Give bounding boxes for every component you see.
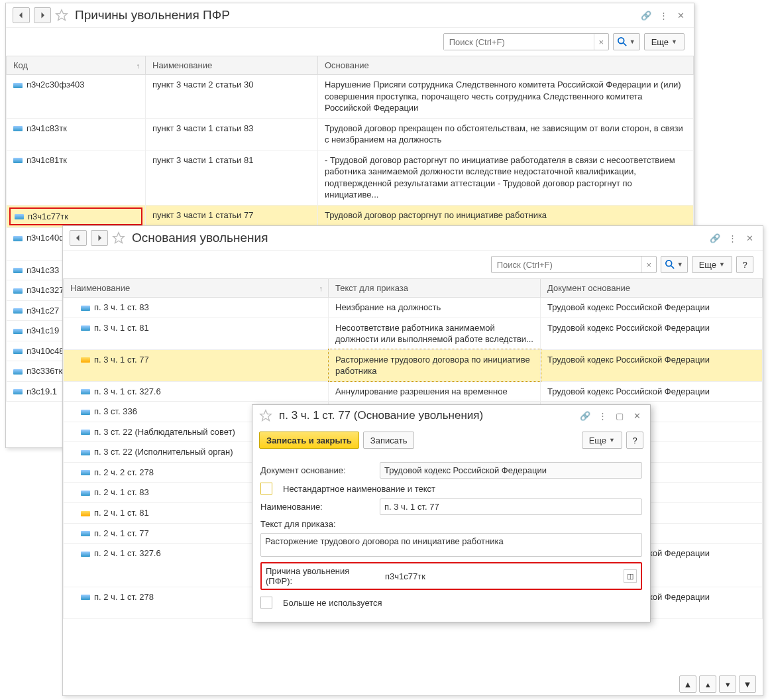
scroll-bottom-icon[interactable]: ▼ — [739, 675, 756, 693]
svg-marker-3 — [113, 233, 125, 243]
nonstandard-label: Нестандартное наименование и текст — [283, 484, 435, 494]
forward-button[interactable] — [91, 230, 108, 246]
search-input-wrap: × — [443, 33, 609, 50]
scroll-down-icon[interactable]: ▾ — [719, 675, 736, 693]
table-row[interactable]: п3ч1с77ткпункт 3 части 1 статьи 77Трудов… — [7, 205, 694, 228]
row-icon — [81, 325, 90, 331]
row-icon — [13, 83, 23, 88]
col-name[interactable]: Наименование↑ — [64, 279, 329, 298]
more-button[interactable]: Еще▼ — [692, 256, 732, 273]
col-doc[interactable]: Документ основание — [541, 279, 763, 298]
svg-marker-0 — [56, 10, 68, 21]
row-icon — [81, 450, 90, 455]
search-button[interactable]: ▼ — [661, 256, 688, 273]
row-icon — [81, 531, 90, 536]
doc-label: Документ основание: — [260, 465, 373, 475]
unused-label: Больше не используется — [283, 598, 382, 608]
order-label: Текст для приказа: — [260, 519, 373, 529]
forward-button[interactable] — [34, 7, 51, 23]
favorite-icon[interactable] — [55, 9, 68, 22]
favorite-icon[interactable] — [112, 231, 125, 245]
row-icon — [15, 214, 24, 219]
row-icon — [13, 369, 23, 375]
page-title: Причины увольнения ПФР — [75, 8, 635, 23]
order-text-field[interactable]: Расторжение трудового договора по инициа… — [260, 533, 642, 557]
row-icon — [13, 349, 23, 354]
more-button[interactable]: Еще▼ — [644, 33, 685, 50]
row-icon — [81, 595, 90, 600]
save-close-button[interactable]: Записать и закрыть — [259, 432, 359, 449]
table-row[interactable]: п3ч1с81ткпункт 3 части 1 статьи 81- Труд… — [7, 150, 694, 205]
unused-checkbox[interactable] — [260, 597, 272, 609]
table-row[interactable]: п3ч2с30фз403пункт 3 части 2 статьи 30Нар… — [7, 75, 694, 119]
row-icon — [81, 511, 90, 516]
svg-line-5 — [671, 266, 673, 268]
col-basis[interactable]: Основание — [318, 56, 694, 75]
row-icon — [13, 236, 23, 241]
row-icon — [81, 491, 90, 496]
form-title: п. 3 ч. 1 ст. 77 (Основание увольнения) — [279, 409, 575, 422]
row-icon — [13, 268, 23, 273]
row-icon — [81, 552, 90, 557]
clear-search-icon[interactable]: × — [594, 34, 608, 50]
more-icon[interactable]: ⋮ — [657, 9, 670, 22]
row-icon — [81, 357, 90, 363]
help-button[interactable]: ? — [736, 256, 753, 273]
pfr-row: Причина увольнения (ПФР): п3ч1с77тк ◫ — [260, 562, 642, 590]
row-icon — [13, 288, 23, 294]
more-icon[interactable]: ⋮ — [726, 231, 739, 245]
scroll-up-icon[interactable]: ▴ — [699, 675, 716, 693]
row-icon — [81, 470, 90, 475]
table-row[interactable]: п. 3 ч. 1 ст. 327.6Аннулирование разреше… — [64, 381, 763, 402]
close-icon[interactable]: ✕ — [674, 9, 687, 22]
table-row[interactable]: п3ч1с83ткпункт 3 части 1 статьи 83Трудов… — [7, 118, 694, 150]
table-row[interactable]: п. 3 ч. 1 ст. 77Расторжение трудового до… — [64, 349, 763, 381]
favorite-icon[interactable] — [259, 409, 272, 422]
more-button[interactable]: Еще▼ — [582, 432, 622, 449]
more-icon[interactable]: ⋮ — [596, 409, 609, 422]
open-reference-icon[interactable]: ◫ — [624, 569, 637, 583]
scroll-top-icon[interactable]: ▲ — [679, 675, 696, 693]
search-input-wrap: × — [491, 256, 657, 273]
clear-search-icon[interactable]: × — [641, 257, 656, 272]
table-row[interactable]: п. 3 ч. 1 ст. 83Неизбрание на должностьТ… — [64, 298, 763, 318]
row-icon — [13, 158, 23, 163]
svg-line-2 — [623, 43, 626, 46]
search-button[interactable]: ▼ — [613, 33, 640, 50]
col-code[interactable]: Код↑ — [7, 56, 146, 75]
row-icon — [13, 389, 23, 394]
maximize-icon[interactable]: ▢ — [613, 409, 626, 422]
pfr-field[interactable]: п3ч1с77тк — [385, 571, 617, 581]
search-input[interactable] — [444, 34, 594, 50]
row-icon — [13, 126, 23, 131]
row-icon — [81, 430, 90, 435]
svg-marker-6 — [260, 410, 272, 421]
row-icon — [81, 306, 90, 311]
svg-point-4 — [666, 261, 672, 266]
col-name[interactable]: Наименование — [146, 56, 318, 75]
link-icon[interactable]: 🔗 — [639, 9, 653, 22]
help-button[interactable]: ? — [626, 432, 643, 449]
search-input[interactable] — [492, 257, 641, 272]
svg-point-1 — [618, 38, 624, 44]
doc-field[interactable]: Трудовой кодекс Российской Федерации — [380, 462, 642, 479]
close-icon[interactable]: ✕ — [743, 231, 756, 245]
link-icon[interactable]: 🔗 — [578, 409, 592, 422]
link-icon[interactable]: 🔗 — [708, 231, 722, 245]
row-icon — [13, 329, 23, 334]
name-label: Наименование: — [260, 502, 373, 512]
table-row[interactable]: п. 3 ч. 1 ст. 81Несоответствие работника… — [64, 318, 763, 349]
back-button[interactable] — [13, 7, 30, 23]
row-icon — [13, 308, 23, 314]
back-button[interactable] — [70, 230, 87, 246]
nonstandard-checkbox[interactable] — [260, 483, 272, 495]
close-icon[interactable]: ✕ — [630, 409, 643, 422]
row-icon — [81, 410, 90, 415]
page-title: Основания увольнения — [132, 231, 704, 245]
row-icon — [81, 389, 90, 394]
save-button[interactable]: Записать — [363, 432, 415, 449]
name-field[interactable]: п. 3 ч. 1 ст. 77 — [380, 498, 642, 515]
col-order-text[interactable]: Текст для приказа — [329, 279, 541, 298]
pfr-label: Причина увольнения (ПФР): — [266, 566, 378, 586]
